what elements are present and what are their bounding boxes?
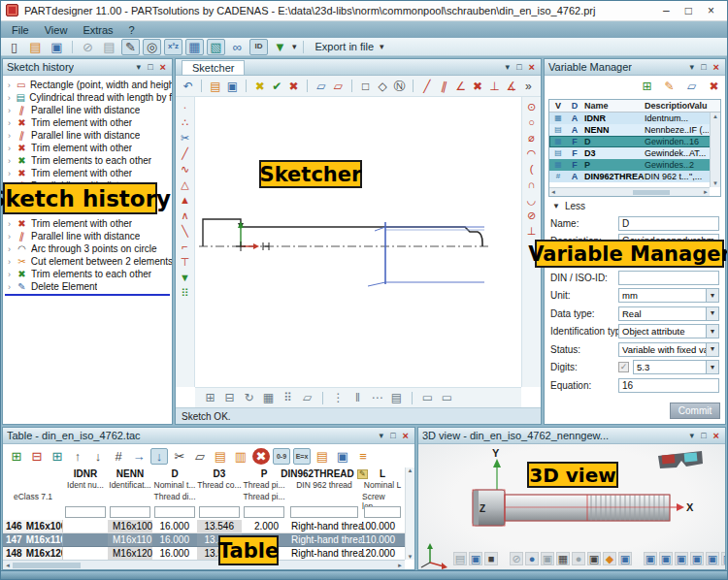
panel-maximize-icon[interactable]: □: [701, 63, 706, 72]
cut-icon[interactable]: ✂: [171, 448, 188, 465]
table-toggle-icon[interactable]: ▦: [185, 39, 204, 55]
export-arrow-icon[interactable]: ▼: [271, 39, 289, 55]
triangle-tool-icon[interactable]: △: [179, 178, 192, 190]
undo-icon[interactable]: ↶: [182, 79, 194, 93]
green-frame-icon[interactable]: ▭: [440, 391, 454, 405]
scroll-right-icon[interactable]: ►: [703, 189, 709, 195]
paste-icon[interactable]: ▤: [212, 448, 229, 465]
rotate-icon[interactable]: ↻: [242, 391, 256, 405]
sphere-view-icon[interactable]: ●: [525, 552, 539, 565]
col-d[interactable]: D: [567, 101, 582, 111]
scroll-thumb[interactable]: [13, 563, 81, 568]
panel-maximize-icon[interactable]: □: [390, 432, 395, 440]
grid-icon[interactable]: ▦: [261, 391, 276, 405]
expander-icon[interactable]: ›: [6, 244, 13, 254]
link-icon[interactable]: ∞: [228, 39, 247, 55]
maximize-button[interactable]: □: [685, 5, 692, 16]
scroll-down-icon[interactable]: ▼: [712, 180, 718, 186]
chevron-down-icon[interactable]: ▾: [706, 325, 718, 338]
panel-menu-icon[interactable]: ▾: [380, 432, 384, 440]
hatch-3-icon[interactable]: ⋯: [370, 391, 384, 405]
apply-down-icon[interactable]: ↓: [150, 448, 168, 465]
table-row[interactable]: 146M16x100 M16x100 16.000 13.546 2.000 R…: [3, 520, 405, 533]
panel-close-icon[interactable]: ×: [529, 62, 535, 73]
filter-d3-input[interactable]: [199, 506, 239, 518]
zoom-in-icon[interactable]: ⊞: [203, 391, 217, 405]
expander-icon[interactable]: ›: [6, 232, 13, 242]
copy-variable-icon[interactable]: ▱: [684, 80, 699, 93]
red-frame-icon[interactable]: ▭: [420, 391, 435, 405]
panel-close-icon[interactable]: ×: [160, 62, 166, 73]
column-din962thread[interactable]: DIN962THREAD✎ DIN 962 thread: [286, 467, 362, 503]
scroll-thumb[interactable]: [633, 190, 670, 195]
filled-triangle-tool-icon[interactable]: ▲: [179, 194, 192, 206]
wireframe-grid-icon[interactable]: ▦: [556, 552, 570, 565]
identification-type-select[interactable]: Object attribute ▾: [618, 324, 719, 338]
arc-open-tool-icon[interactable]: (: [525, 163, 539, 175]
apply-right-icon[interactable]: →: [130, 448, 148, 465]
variable-grid-vscrollbar[interactable]: ▲ ▼: [710, 113, 720, 187]
hatch-1-icon[interactable]: ⋮: [331, 391, 346, 405]
digits-select[interactable]: 5.3 ▾: [633, 360, 719, 374]
curve-tool-icon[interactable]: ∿: [179, 163, 192, 175]
name-field[interactable]: [618, 216, 719, 231]
edit-variable-icon[interactable]: ✎: [662, 80, 677, 93]
open-sketch-icon[interactable]: ▤: [209, 79, 221, 93]
iso-view-icon[interactable]: ▣: [644, 552, 657, 565]
delete-row-icon[interactable]: ⊟: [28, 448, 46, 465]
tree-item[interactable]: ›✎Delete Element: [3, 280, 172, 293]
point-tool-icon[interactable]: ∙: [179, 101, 192, 113]
cancel-icon[interactable]: ✖: [287, 79, 300, 93]
thread-toggle-icon[interactable]: ◎: [143, 39, 161, 55]
variable-row-selected[interactable]: ▦ F P Gewindes... 2: [549, 159, 720, 171]
marker-tool-icon[interactable]: ▼: [179, 272, 192, 283]
scroll-up-icon[interactable]: ▲: [712, 113, 718, 119]
variable-grid-hscrollbar[interactable]: ◄ ►: [549, 187, 710, 196]
material-view-icon[interactable]: ▣: [541, 552, 554, 565]
zoom-view-icon[interactable]: ⊘: [510, 552, 523, 565]
eraser-red-icon[interactable]: ▱: [332, 79, 345, 93]
panel-close-icon[interactable]: ×: [713, 431, 719, 441]
snap-icon[interactable]: ⠿: [281, 391, 295, 405]
panel-menu-icon[interactable]: ▾: [137, 63, 142, 72]
search-icon[interactable]: ⊘: [79, 39, 97, 55]
menu-extras[interactable]: Extras: [75, 23, 120, 37]
tree-item[interactable]: ›✖Trim element with other: [3, 217, 172, 230]
variable-row[interactable]: ▤ F D3 Gewindek... AT...: [549, 147, 720, 159]
column-p[interactable]: P Thread pi... Thread pi...: [242, 467, 286, 503]
panel-close-icon[interactable]: ×: [403, 431, 409, 441]
new-file-icon[interactable]: ▯: [5, 39, 23, 55]
filter-l-input[interactable]: [364, 506, 401, 518]
copy-icon[interactable]: ▱: [191, 448, 209, 465]
id-toggle-icon[interactable]: ID: [249, 39, 268, 55]
split-tool-icon[interactable]: ✂: [179, 132, 192, 144]
column-d3[interactable]: D3 Thread co...: [197, 467, 242, 503]
din-iso-id-field[interactable]: [618, 271, 719, 285]
scroll-down-icon[interactable]: ▼: [408, 554, 414, 560]
column-d[interactable]: D Nominal t... Thread di...: [152, 467, 197, 503]
filter-p-input[interactable]: [244, 506, 283, 518]
sketcher-toggle-icon[interactable]: ✎: [121, 39, 140, 55]
hatch-2-icon[interactable]: ‖: [350, 391, 365, 405]
panel-maximize-icon[interactable]: □: [701, 432, 706, 440]
filter-thread-input[interactable]: [290, 506, 358, 518]
fit-view-icon[interactable]: ▱: [300, 391, 314, 405]
table-vscrollbar[interactable]: ▲ ▼: [405, 467, 414, 560]
expander-icon[interactable]: ›: [6, 93, 12, 103]
close-button[interactable]: ×: [708, 5, 714, 16]
iso-view-icon[interactable]: ▣: [690, 552, 704, 565]
tangent-tool-icon[interactable]: ⊥: [525, 225, 539, 237]
discard-icon[interactable]: ✖: [253, 79, 266, 93]
variable-row[interactable]: # A DIN962THREAD DIN 962 t... ",...: [549, 171, 720, 182]
panel-close-icon[interactable]: ×: [713, 62, 719, 73]
iso-view-icon[interactable]: ▣: [618, 552, 632, 565]
digits-toggle-icon[interactable]: 0-9: [273, 448, 290, 465]
variable-row[interactable]: ▦ A IDNR Identnum...: [549, 113, 720, 124]
tree-item[interactable]: ›✂Cut element between 2 elements: [3, 255, 172, 268]
expander-icon[interactable]: ›: [6, 118, 13, 128]
expander-icon[interactable]: ›: [6, 270, 13, 279]
bisector-tool-icon[interactable]: ∡: [505, 79, 517, 93]
highlight-faces-icon[interactable]: ◆: [603, 552, 616, 565]
tree-item[interactable]: ›◠Arc through 3 points on circle: [3, 242, 172, 255]
sketch-canvas[interactable]: [195, 97, 521, 387]
